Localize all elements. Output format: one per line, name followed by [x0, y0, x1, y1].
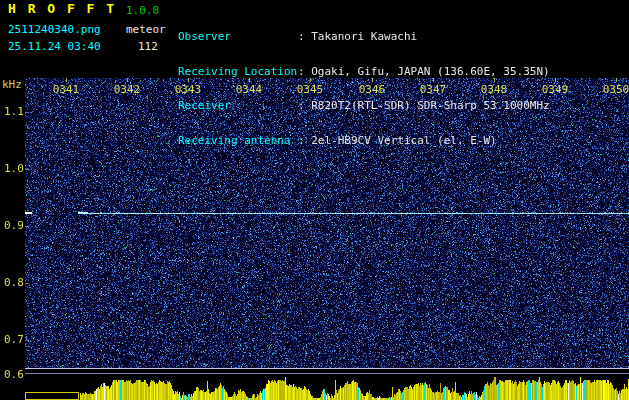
info-value: : Ogaki, Gifu, JAPAN (136.60E, 35.35N)	[298, 66, 550, 78]
time-tick-label: 0345	[296, 84, 324, 96]
hrofft-output-window: { "header": { "app_title": "H R O F F T"…	[0, 0, 629, 400]
mode-label: meteor	[126, 24, 166, 36]
freq-tick-label: 0.6	[4, 369, 28, 381]
info-label: Receiver	[178, 100, 298, 112]
info-row-receiver: Receiver: R820T2(RTL-SDR) SDR-Sharp 53.1…	[178, 100, 550, 112]
time-tick-label: 0347	[419, 84, 447, 96]
freq-tick-label: 1.1	[4, 106, 28, 118]
info-value: : Takanori Kawachi	[298, 31, 417, 43]
time-tick-label: 0344	[235, 84, 263, 96]
info-value: : R820T2(RTL-SDR) SDR-Sharp 53.1000MHz	[298, 100, 550, 112]
time-tick-label: 0341	[52, 84, 80, 96]
info-label: Receiving antenna	[178, 135, 298, 147]
freq-tick-label: 1.0	[4, 163, 28, 175]
info-row-location: Receiving Location: Ogaki, Gifu, JAPAN (…	[178, 66, 550, 78]
app-version: 1.0.0	[126, 5, 159, 17]
info-row-antenna: Receiving antenna: 2el-HB9CV Vertical (e…	[178, 135, 550, 147]
output-filename: 2511240340.png	[8, 24, 101, 36]
datetime-label: 25.11.24 03:40	[8, 41, 101, 53]
time-tick-label: 0348	[480, 84, 508, 96]
echo-count: 112	[138, 41, 158, 53]
time-tick-label: 0342	[113, 84, 141, 96]
time-tick-label: 0346	[358, 84, 386, 96]
info-value: : 2el-HB9CV Vertical (el. E-W)	[298, 135, 497, 147]
freq-tick-label: 0.8	[4, 277, 28, 289]
freq-tick-label: 0.9	[4, 220, 28, 232]
app-title: H R O F F T	[8, 3, 116, 15]
info-label: Receiving Location	[178, 66, 298, 78]
time-tick-label: 0349	[541, 84, 569, 96]
signal-level-strip-canvas	[25, 368, 629, 400]
info-label: Observer	[178, 31, 298, 43]
time-tick-label: 0350	[602, 84, 629, 96]
freq-unit-label: kHz	[2, 79, 22, 91]
info-row-observer: Observer: Takanori Kawachi	[178, 31, 550, 43]
freq-tick-label: 0.7	[4, 334, 28, 346]
time-tick-label: 0343	[174, 84, 202, 96]
